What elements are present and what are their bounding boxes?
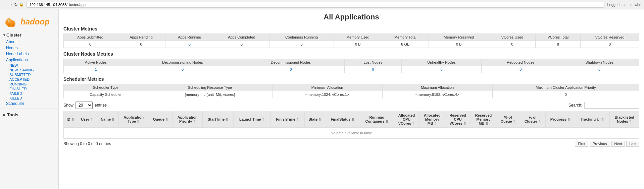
data-table-wrapper: Show 10 20 25 50 100 entries Search: — [63, 102, 639, 147]
cm-val-7: 0 B — [429, 41, 489, 48]
sm-header-2: Minimum Allocation — [272, 84, 382, 91]
dt-header-tracking[interactable]: Tracking UI ⇅ — [575, 111, 609, 128]
sidebar-item-scheduler[interactable]: Scheduler — [0, 101, 58, 107]
dt-header-name[interactable]: Name ⇅ — [97, 111, 118, 128]
dt-header-app-type[interactable]: ApplicationType ⇅ — [118, 111, 149, 128]
dt-header-running-containers[interactable]: RunningContainers ⇅ — [360, 111, 394, 128]
dt-header-state[interactable]: State ⇅ — [305, 111, 325, 128]
sidebar-item-applications[interactable]: Applications — [0, 57, 58, 63]
elephant-icon — [3, 14, 18, 29]
sidebar-sublink-finished[interactable]: FINISHED — [3, 86, 58, 91]
cn-val-4[interactable]: 0 — [402, 66, 482, 73]
cm-header-10: VCores Reserved — [581, 34, 639, 41]
cm-val-10: 0 — [581, 41, 639, 48]
dt-header-blacklisted[interactable]: BlacklistedNodes ⇅ — [610, 111, 639, 128]
cn-val-2[interactable]: 0 — [237, 66, 345, 73]
first-button[interactable]: First — [575, 141, 588, 147]
cn-val-3[interactable]: 0 — [344, 66, 401, 73]
search-input[interactable] — [584, 102, 639, 109]
dt-header-user[interactable]: User ⇅ — [77, 111, 97, 128]
cm-val-2: 0 — [165, 41, 214, 48]
dt-header-pct-queue[interactable]: % ofQueue ⇅ — [496, 111, 520, 128]
sidebar-sublink-killed[interactable]: KILLED — [3, 96, 58, 101]
cm-val-3: 0 — [214, 41, 269, 48]
cm-val-9: 8 — [536, 41, 581, 48]
show-entries-control: Show 10 20 25 50 100 entries — [63, 102, 107, 109]
user-sort-icon: ⇅ — [90, 118, 93, 121]
tools-section[interactable]: ▸ Tools — [0, 111, 58, 119]
dt-header-launch[interactable]: LaunchTime ⇅ — [234, 111, 270, 128]
cn-header-1: Decommissioning Nodes — [128, 59, 237, 66]
sidebar-sublink-accepted[interactable]: ACCEPTED — [3, 77, 58, 82]
entries-select[interactable]: 10 20 25 50 100 — [76, 102, 93, 109]
cluster-metrics-title: Cluster Metrics — [63, 26, 639, 32]
cn-val-5[interactable]: 0 — [481, 66, 560, 73]
sm-val-0: Capacity Scheduler — [64, 91, 148, 98]
back-button[interactable]: ← — [3, 2, 7, 7]
dt-header-progress[interactable]: Progress ⇅ — [545, 111, 575, 128]
previous-button[interactable]: Previous — [590, 141, 610, 147]
sidebar-sublink-new-saving[interactable]: NEW_SAVING — [3, 68, 58, 72]
cm-header-3: Apps Completed — [214, 34, 269, 41]
dt-header-queue[interactable]: Queue ⇅ — [149, 111, 172, 128]
cn-val-2-link[interactable]: 0 — [290, 67, 292, 71]
dt-header-alloc-mem[interactable]: AllocatedMemoryMB ⇅ — [419, 111, 445, 128]
dt-header-finish[interactable]: FinishTime ⇅ — [270, 111, 305, 128]
page-title: All Applications — [63, 13, 639, 21]
scheduler-metrics-title: Scheduler Metrics — [63, 76, 639, 82]
reload-button[interactable]: ↻ — [14, 2, 18, 7]
cm-header-6: Memory Total — [382, 34, 429, 41]
cn-val-6-link[interactable]: 0 — [598, 67, 600, 71]
dt-header-start[interactable]: StartTime ⇅ — [203, 111, 234, 128]
svg-point-4 — [8, 19, 9, 20]
no-data-cell: No data available in table — [64, 128, 639, 139]
cm-val-5: 0 B — [334, 41, 382, 48]
dt-header-priority[interactable]: ApplicationPriority ⇅ — [172, 111, 203, 128]
cn-val-1-link[interactable]: 0 — [182, 67, 184, 71]
cn-val-0[interactable]: 1 — [64, 66, 128, 73]
cm-header-9: VCores Total — [536, 34, 581, 41]
tracking-sort-icon: ⇅ — [601, 118, 604, 121]
logo-text: hadoop — [20, 17, 50, 26]
cn-val-4-link[interactable]: 0 — [440, 67, 442, 71]
dt-header-res-cpu[interactable]: ReservedCPUVCores ⇅ — [445, 111, 470, 128]
priority-sort-icon: ⇅ — [193, 120, 196, 123]
sidebar-item-nodes[interactable]: Nodes — [0, 45, 58, 51]
cn-val-1[interactable]: 0 — [128, 66, 237, 73]
sidebar-item-node-labels[interactable]: Node Labels — [0, 51, 58, 57]
sidebar-sublink-new[interactable]: NEW — [3, 63, 58, 68]
next-button[interactable]: Next — [611, 141, 625, 147]
res-cpu-sort-icon: ⇅ — [463, 122, 466, 125]
dt-header-alloc-cpu[interactable]: AllocatedCPUVCores ⇅ — [394, 111, 419, 128]
browser-top-bar: ← → ↻ 🔒 Logged in as: dr.who — [0, 0, 644, 9]
applications-table: ID ⇅ User ⇅ Name ⇅ ApplicationType ⇅ Que… — [63, 111, 639, 139]
tools-label: Tools — [7, 112, 18, 117]
progress-sort-icon: ⇅ — [567, 118, 570, 121]
dt-header-res-mem[interactable]: ReservedMemoryMB ⇅ — [470, 111, 496, 128]
dt-header-final-status[interactable]: FinalStatus ⇅ — [325, 111, 360, 128]
finish-sort-icon: ⇅ — [296, 118, 299, 121]
sidebar-item-about[interactable]: About — [0, 39, 58, 45]
cn-val-3-link[interactable]: 0 — [372, 67, 374, 71]
url-bar[interactable] — [27, 2, 604, 8]
forward-button[interactable]: → — [8, 2, 13, 7]
dt-header-pct-cluster[interactable]: % ofCluster ⇅ — [520, 111, 545, 128]
launch-sort-icon: ⇅ — [262, 118, 265, 121]
cn-header-2: Decommissioned Nodes — [237, 59, 345, 66]
cn-val-5-link[interactable]: 0 — [519, 67, 522, 71]
sidebar-sublink-failed[interactable]: FAILED — [3, 91, 58, 96]
cn-val-6[interactable]: 0 — [560, 66, 639, 73]
cm-val-2-link[interactable]: 0 — [189, 42, 191, 46]
table-footer: Showing 0 to 0 of 0 entries First Previo… — [63, 141, 639, 147]
cluster-section[interactable]: ▾ Cluster — [0, 31, 58, 39]
last-button[interactable]: Last — [626, 141, 639, 147]
cm-val-4: 0 — [269, 41, 334, 48]
sidebar-sublink-submitted[interactable]: SUBMITTED — [3, 72, 58, 77]
cm-val-8: 0 — [489, 41, 536, 48]
cn-header-5: Rebooted Nodes — [481, 59, 560, 66]
sidebar-sublink-running[interactable]: RUNNING — [3, 82, 58, 86]
cn-val-0-link[interactable]: 1 — [95, 67, 97, 71]
start-sort-icon: ⇅ — [226, 118, 228, 121]
dt-header-id[interactable]: ID ⇅ — [64, 111, 77, 128]
svg-rect-7 — [10, 22, 15, 24]
